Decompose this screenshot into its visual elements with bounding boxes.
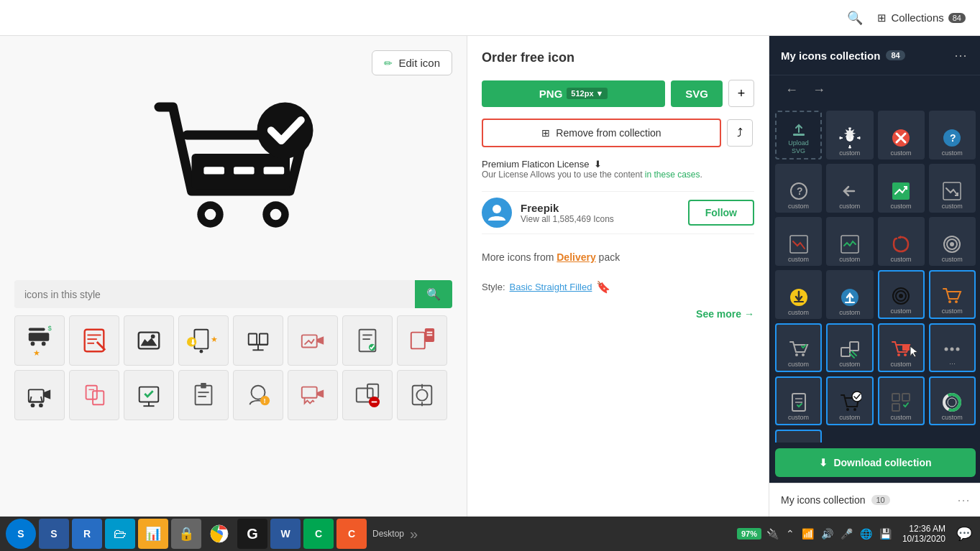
related-icon-item[interactable]: ! <box>233 370 283 420</box>
grid-icon-question[interactable]: ? custom <box>929 111 976 159</box>
grid-icon-trend-down[interactable]: custom <box>929 164 976 213</box>
taskbar-skype[interactable]: S <box>6 519 36 549</box>
grid-icon-upload-blue[interactable]: custom <box>826 270 873 319</box>
svg-point-61 <box>416 389 427 400</box>
search-input[interactable] <box>14 282 415 307</box>
related-icon-item[interactable] <box>69 370 119 420</box>
download-collection-button[interactable]: ⬇ Download collection <box>775 448 976 477</box>
related-icon-item[interactable] <box>342 370 393 420</box>
grid-icon-selected-cart-orange[interactable]: custom <box>929 270 976 319</box>
notification-icon[interactable]: 💬 <box>954 526 974 542</box>
grid-icon-gear[interactable]: custom <box>826 111 873 159</box>
related-icon-item[interactable]: $ ★ <box>14 315 65 366</box>
see-more-row[interactable]: See more → <box>482 308 754 320</box>
taskbar-chart[interactable]: 📊 <box>138 519 168 549</box>
related-icon-item[interactable] <box>233 315 283 366</box>
share-button[interactable]: ⤴ <box>727 119 753 147</box>
svg-point-90 <box>795 353 798 356</box>
more-options-button[interactable]: + <box>728 80 754 107</box>
related-icon-item[interactable] <box>288 315 338 366</box>
related-icon-item[interactable] <box>342 315 393 366</box>
grid-icon-question2[interactable]: ? custom <box>775 164 822 213</box>
detail-panel: Order free icon PNG 512px ▼ SVG + ⊞ Remo… <box>467 36 769 551</box>
svg-point-87 <box>899 294 903 298</box>
remove-from-collection-button[interactable]: ⊞ Remove from collection <box>482 119 721 147</box>
grid-icon-trend-down3[interactable]: custom <box>826 217 873 266</box>
download-icon: ⬇ <box>819 457 828 468</box>
bottom-collection-item-1[interactable]: My icons collection 10 ⋯ <box>769 483 980 517</box>
svg-point-88 <box>948 300 951 303</box>
related-icon-item[interactable] <box>397 315 447 366</box>
license-link[interactable]: in these cases <box>645 170 700 180</box>
grid-icon-trend-up[interactable]: custom <box>878 164 925 213</box>
related-icon-item[interactable] <box>178 370 229 420</box>
png-label: PNG <box>539 88 563 100</box>
taskbar-chrome[interactable] <box>204 519 234 549</box>
svg-point-104 <box>853 408 856 411</box>
related-icon-item[interactable] <box>14 370 65 420</box>
grid-icon-selected-doc2[interactable]: custom <box>775 376 822 425</box>
related-icon-item[interactable] <box>124 315 174 366</box>
grid-icon-selected-cart-check3[interactable]: custom <box>826 376 873 425</box>
related-icon-item[interactable] <box>288 370 338 420</box>
taskbar-green-c[interactable]: C <box>303 519 334 549</box>
grid-icon-selected-cart-check2[interactable]: custom <box>878 323 925 372</box>
svg-point-105 <box>852 392 861 402</box>
top-nav: 🔍 ⊞ Collections 84 <box>0 0 980 36</box>
mic-icon: 🎤 <box>838 528 855 540</box>
wifi-icon: 📶 <box>800 528 816 540</box>
nav-forward-button[interactable]: → <box>808 81 830 99</box>
grid-icon-x[interactable]: custom <box>878 111 925 159</box>
related-icon-item[interactable] <box>69 315 119 366</box>
taskbar-explorer[interactable]: 🗁 <box>105 519 135 549</box>
taskbar-lock[interactable]: 🔒 <box>171 519 201 549</box>
svg-rect-65 <box>793 134 805 136</box>
png-size-badge: 512px ▼ <box>567 88 608 99</box>
grid-icon-recycle[interactable]: custom <box>878 217 925 266</box>
related-icon-item[interactable] <box>397 370 447 420</box>
delivery-link[interactable]: Delivery <box>557 251 595 263</box>
grid-icon-selected-boxes2[interactable]: custom <box>878 376 925 425</box>
collection-more-button-1[interactable]: ⋯ <box>957 492 970 508</box>
taskbar-word[interactable]: W <box>270 519 301 549</box>
collection-label-1: My icons collection <box>781 494 866 506</box>
plug-icon: 🔌 <box>764 528 781 540</box>
search-button[interactable]: 🔍 <box>415 280 452 308</box>
follow-button[interactable]: Follow <box>688 200 754 226</box>
related-icon-item[interactable]: ⬇ ★ <box>178 315 229 366</box>
taskbar-office[interactable]: S <box>39 519 69 549</box>
taskbar-orange-c[interactable]: C <box>336 519 367 549</box>
svg-rect-24 <box>249 334 257 345</box>
png-download-button[interactable]: PNG 512px ▼ <box>482 80 665 107</box>
edit-icon-button[interactable]: ✏ Edit icon <box>372 50 452 75</box>
grid-icon-trend-down2[interactable]: custom <box>775 217 822 266</box>
grid-icon-download-yellow[interactable]: custom <box>775 270 822 319</box>
svg-download-button[interactable]: SVG <box>671 80 723 107</box>
taskbar-r[interactable]: R <box>72 519 102 549</box>
download-row: PNG 512px ▼ SVG + <box>482 80 754 107</box>
grid-icon-selected-more[interactable]: ⋯ <box>929 323 976 372</box>
icons-grid: UploadSVG custom custom ? custom <box>775 111 976 443</box>
svg-rect-34 <box>411 333 425 349</box>
grid-icon-selected-cart-check[interactable]: custom <box>775 323 822 372</box>
collections-count-badge: 84 <box>948 13 966 23</box>
collections-nav[interactable]: ⊞ Collections 84 <box>877 11 966 24</box>
taskbar-g-app[interactable]: G <box>237 519 267 549</box>
grid-icon-selected-target2[interactable]: custom <box>878 270 925 319</box>
collections-more-button[interactable]: ⋯ <box>951 46 970 65</box>
related-icon-item[interactable] <box>124 370 174 420</box>
svg-point-89 <box>955 300 958 303</box>
grid-icon-selected-boxes[interactable]: custom <box>826 323 873 372</box>
nav-back-button[interactable]: ← <box>781 81 802 99</box>
grid-icon-selected-circle-chart[interactable]: custom <box>929 376 976 425</box>
upload-svg-slot[interactable]: UploadSVG <box>775 111 822 159</box>
download-collection-label: Download collection <box>833 457 931 468</box>
collections-count: 84 <box>886 50 905 60</box>
see-more-label: See more → <box>696 308 754 320</box>
grid-icon-selected-refresh[interactable]: custom <box>775 430 822 443</box>
search-icon[interactable]: 🔍 <box>847 10 863 26</box>
taskbar-clock: 12:36 AM 10/13/2020 <box>897 524 951 544</box>
style-link[interactable]: Basic Straight Filled <box>510 282 592 292</box>
grid-icon-target[interactable]: custom <box>929 217 976 266</box>
grid-icon-arrow-left[interactable]: custom <box>826 164 873 213</box>
